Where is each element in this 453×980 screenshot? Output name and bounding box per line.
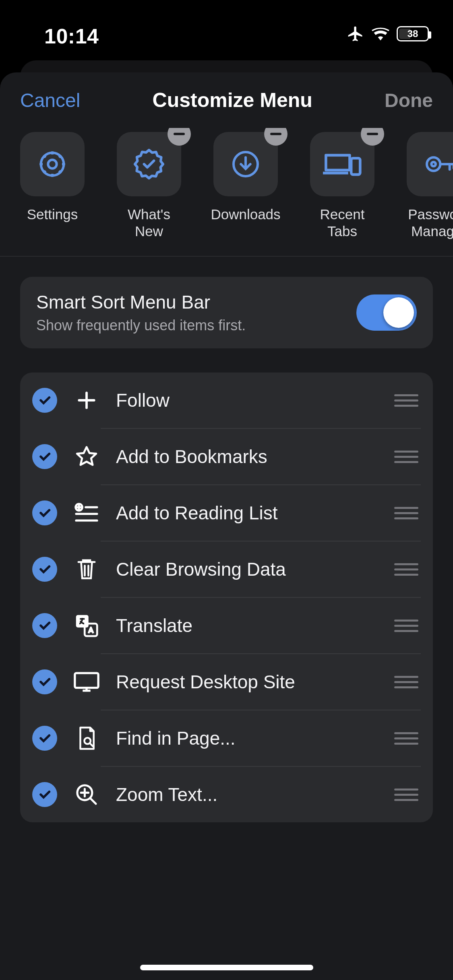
airplane-mode-icon [347, 25, 364, 43]
trash-icon [72, 555, 101, 583]
sheet-header: Cancel Customize Menu Done [0, 72, 453, 128]
shortcut-carousel[interactable]: Settings What's New Downloads [0, 128, 453, 257]
enabled-checkbox[interactable] [32, 500, 57, 525]
enabled-checkbox[interactable] [32, 557, 57, 582]
find-in-page-icon [72, 724, 101, 752]
shortcut-label: Password Manager [408, 206, 453, 240]
shortcut-password-manager[interactable]: Password Manager [407, 132, 453, 240]
shortcut-downloads[interactable]: Downloads [213, 132, 278, 240]
list-item-label: Follow [116, 389, 379, 411]
enabled-checkbox[interactable] [32, 669, 57, 694]
enabled-checkbox[interactable] [32, 613, 57, 638]
wifi-icon [372, 27, 389, 41]
status-indicators: 38 [347, 25, 429, 43]
drag-handle[interactable] [394, 676, 418, 688]
drag-handle[interactable] [394, 507, 418, 519]
drag-handle[interactable] [394, 451, 418, 463]
list-item-label: Request Desktop Site [116, 671, 379, 693]
status-bar: 10:14 38 [0, 0, 453, 56]
translate-icon [72, 611, 101, 640]
svg-point-1 [41, 153, 64, 176]
enabled-checkbox[interactable] [32, 782, 57, 807]
smart-sort-title: Smart Sort Menu Bar [36, 291, 246, 313]
smart-sort-card: Smart Sort Menu Bar Show frequently used… [20, 277, 433, 348]
list-item[interactable]: Translate [20, 598, 433, 653]
remove-shortcut-button[interactable] [168, 128, 191, 146]
zoom-icon [72, 780, 101, 809]
list-item[interactable]: Follow [20, 373, 433, 428]
svg-rect-9 [75, 673, 98, 688]
reading-list-icon [72, 499, 101, 527]
svg-point-4 [427, 157, 440, 171]
enabled-checkbox[interactable] [32, 444, 57, 469]
battery-percent: 38 [407, 28, 418, 39]
list-item[interactable]: Find in Page... [20, 710, 433, 766]
plus-icon [72, 386, 101, 414]
list-item-label: Add to Reading List [116, 502, 379, 524]
drag-handle[interactable] [394, 563, 418, 576]
download-icon [230, 148, 262, 180]
drag-handle[interactable] [394, 394, 418, 407]
sheet-title: Customize Menu [153, 89, 312, 112]
smart-sort-toggle[interactable] [356, 294, 417, 331]
cancel-button[interactable]: Cancel [20, 89, 80, 111]
shortcut-label: Recent Tabs [310, 206, 374, 240]
list-item-label: Clear Browsing Data [116, 558, 379, 580]
list-item[interactable]: Add to Reading List [20, 485, 433, 541]
done-button[interactable]: Done [385, 89, 433, 111]
desktop-icon [72, 668, 101, 696]
list-item[interactable]: Clear Browsing Data [20, 541, 433, 597]
list-item-label: Zoom Text... [116, 784, 379, 805]
devices-icon [323, 148, 362, 180]
svg-rect-3 [351, 158, 360, 175]
customize-menu-sheet: Cancel Customize Menu Done Settings [0, 72, 453, 980]
gear-icon [36, 148, 68, 180]
list-item[interactable]: Request Desktop Site [20, 654, 433, 710]
menu-item-list: Follow Add to Bookmarks Add to Reading L… [20, 373, 433, 822]
shortcut-recent-tabs[interactable]: Recent Tabs [310, 132, 374, 240]
svg-point-5 [431, 162, 436, 167]
shortcut-settings[interactable]: Settings [20, 132, 85, 240]
list-item-label: Find in Page... [116, 727, 379, 749]
drag-handle[interactable] [394, 789, 418, 801]
drag-handle[interactable] [394, 732, 418, 745]
shortcut-label: What's New [117, 206, 181, 240]
enabled-checkbox[interactable] [32, 726, 57, 751]
enabled-checkbox[interactable] [32, 388, 57, 413]
status-time: 10:14 [44, 24, 99, 48]
badge-check-icon [132, 147, 166, 181]
list-item-label: Translate [116, 615, 379, 636]
home-indicator[interactable] [140, 965, 313, 970]
svg-point-0 [48, 160, 56, 168]
list-item-label: Add to Bookmarks [116, 446, 379, 467]
remove-shortcut-button[interactable] [361, 128, 384, 146]
drag-handle[interactable] [394, 620, 418, 632]
star-icon [72, 443, 101, 471]
shortcut-label: Downloads [211, 206, 280, 223]
list-item[interactable]: Zoom Text... [20, 767, 433, 822]
list-item[interactable]: Add to Bookmarks [20, 429, 433, 484]
remove-shortcut-button[interactable] [264, 128, 288, 146]
shortcut-label: Settings [27, 206, 78, 223]
battery-icon: 38 [397, 26, 429, 41]
shortcut-whats-new[interactable]: What's New [117, 132, 181, 240]
smart-sort-subtitle: Show frequently used items first. [36, 317, 246, 334]
key-icon [423, 148, 453, 180]
